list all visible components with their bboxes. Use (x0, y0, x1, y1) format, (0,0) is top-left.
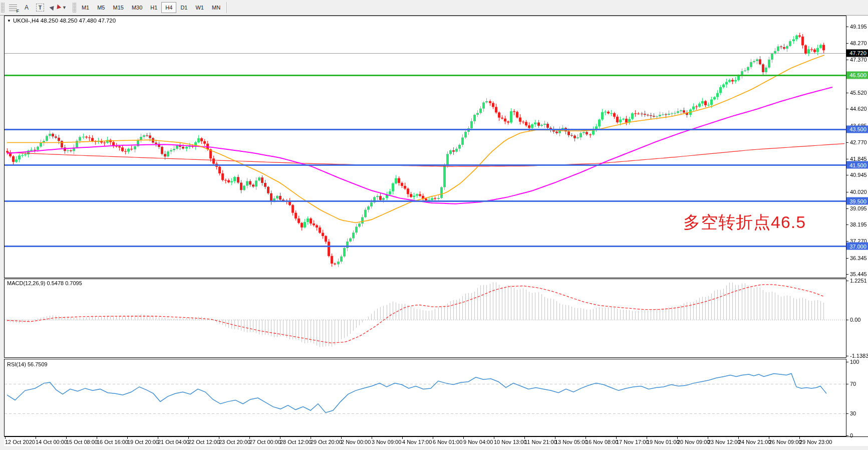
toolbar: F A T ▼ M1M5M15M30H1H4D1W1MN (0, 0, 868, 16)
timeframe-button-mn[interactable]: MN (208, 2, 224, 13)
timeframe-button-m1[interactable]: M1 (78, 2, 93, 13)
timeframe-buttons: M1M5M15M30H1H4D1W1MN (78, 2, 224, 13)
timeframe-button-w1[interactable]: W1 (191, 2, 208, 13)
chevron-down-icon[interactable]: ▼ (62, 5, 67, 10)
timeframe-button-m30[interactable]: M30 (128, 2, 146, 13)
toolbar-grip-handle[interactable] (1, 3, 5, 13)
toolbar-separator (226, 2, 227, 13)
fibonacci-icon-glyph: F (9, 5, 17, 11)
arrows-icon[interactable]: ▼ (48, 2, 69, 14)
timeframe-button-h1[interactable]: H1 (146, 2, 161, 13)
text-tool-icon[interactable]: T (34, 2, 47, 14)
timeframe-button-m5[interactable]: M5 (93, 2, 109, 13)
timeframe-button-d1[interactable]: D1 (176, 2, 191, 13)
text-tool-glyph: T (36, 4, 44, 12)
chart-canvas[interactable] (0, 0, 868, 450)
timeframe-button-m15[interactable]: M15 (109, 2, 127, 13)
arrows-glyph (50, 6, 61, 10)
timeframe-button-h4[interactable]: H4 (161, 2, 176, 13)
toolbar-grip-handle-2[interactable] (73, 3, 76, 13)
fibonacci-icon[interactable]: F (7, 2, 20, 14)
text-label-icon[interactable]: A (21, 2, 33, 14)
text-label-glyph: A (25, 4, 29, 11)
